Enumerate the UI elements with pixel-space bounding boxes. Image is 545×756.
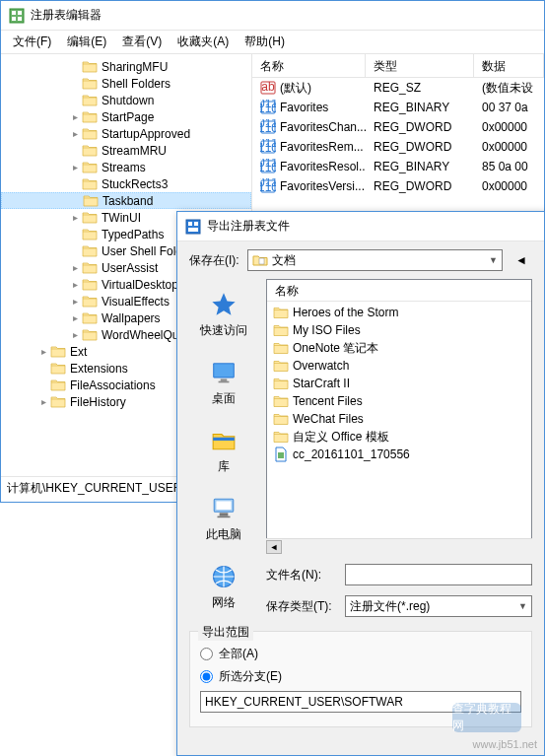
file-row[interactable]: Tencent Files [269,392,529,410]
tree-label: Taskband [102,194,153,208]
menu-file[interactable]: 文件(F) [5,31,59,53]
tree-toggle-icon[interactable]: ▸ [68,110,82,124]
filename-label: 文件名(N): [266,567,337,584]
filename-input[interactable] [345,564,532,585]
menu-edit[interactable]: 编辑(E) [59,31,114,53]
file-row[interactable]: Overwatch [269,357,529,375]
tree-toggle-icon[interactable] [68,94,82,107]
value-data: 0x00000 [474,120,544,134]
horizontal-scrollbar[interactable]: ◄ [266,538,532,554]
col-data[interactable]: 数据 [474,54,544,77]
regedit-icon [9,8,25,24]
folder-icon [82,144,98,157]
file-list-panel[interactable]: 名称 Heroes of the StormMy ISO FilesOneNot… [266,279,532,539]
file-list-header[interactable]: 名称 [267,280,531,302]
tree-toggle-icon[interactable] [68,60,82,74]
tree-toggle-icon[interactable]: ▸ [68,278,82,292]
dialog-title-bar[interactable]: 导出注册表文件 [177,212,544,241]
tree-item-streams[interactable]: ▸Streams [1,159,251,175]
tree-item-startupapproved[interactable]: ▸StartupApproved [1,125,251,142]
value-row[interactable]: (默认)REG_SZ(数值未设 [252,78,544,98]
tree-item-startpage[interactable]: ▸StartPage [1,108,251,125]
file-row[interactable]: WeChat Files [269,410,529,428]
file-row[interactable]: cc_20161101_170556 [269,446,529,463]
tree-item-sharingmfu[interactable]: SharingMFU [1,58,251,75]
menu-view[interactable]: 查看(V) [114,31,170,53]
tree-toggle-icon[interactable]: ▸ [68,161,82,174]
value-name: FavoritesVersi... [280,179,365,193]
branch-input[interactable] [200,691,521,713]
file-name: Overwatch [293,359,349,373]
value-row[interactable]: FavoritesResol...REG_BINARY85 0a 00 [252,157,544,176]
place-desktop[interactable]: 桌面 [189,351,258,413]
status-text: 计算机\HKEY_CURRENT_USER [7,480,181,497]
tree-label: Extensions [70,362,128,376]
tree-toggle-icon[interactable]: ▸ [68,311,82,325]
folder-icon [273,340,289,356]
radio-all[interactable] [200,648,213,660]
values-header[interactable]: 名称 类型 数据 [252,54,544,78]
place-this-pc[interactable]: 此电脑 [189,487,258,549]
folder-icon [82,261,98,274]
tree-toggle-icon[interactable] [68,177,82,191]
menu-favorites[interactable]: 收藏夹(A) [170,31,237,53]
folder-icon [82,244,98,257]
place-network[interactable]: 网络 [189,555,258,617]
tree-toggle-icon[interactable] [36,362,50,376]
tree-label: VisualEffects [102,295,170,309]
tree-item-streammru[interactable]: StreamMRU [1,142,251,159]
network-icon [210,563,238,590]
place-label: 桌面 [212,390,236,407]
place-quick-access[interactable]: 快速访问 [189,283,258,345]
file-row[interactable]: 自定义 Office 模板 [269,428,529,446]
place-libraries[interactable]: 库 [189,419,258,481]
value-type: REG_BINARY [366,160,474,173]
file-row[interactable]: OneNote 笔记本 [269,339,529,357]
tree-toggle-icon[interactable] [68,77,82,91]
tree-toggle-icon[interactable]: ▸ [36,345,50,359]
tree-item-stuckrects3[interactable]: StuckRects3 [1,175,251,192]
value-row[interactable]: FavoritesRem...REG_DWORD0x00000 [252,137,544,157]
radio-branch[interactable] [200,670,213,683]
tree-label: TypedPaths [102,228,164,241]
tree-toggle-icon[interactable]: ▸ [68,295,82,309]
col-type[interactable]: 类型 [366,54,474,77]
tree-toggle-icon[interactable] [36,378,50,392]
tree-label: Ext [70,345,87,359]
radio-all-label: 全部(A) [219,646,258,662]
tree-toggle-icon[interactable] [68,244,82,258]
value-row[interactable]: FavoritesChan...REG_DWORD0x00000 [252,117,544,137]
value-row[interactable]: FavoritesVersi...REG_DWORD0x00000 [252,176,544,196]
save-in-combo[interactable]: 文档 ▼ [247,249,503,271]
values-body[interactable]: (默认)REG_SZ(数值未设FavoritesREG_BINARY00 37 … [252,78,544,196]
bin-icon [260,139,276,155]
scroll-left-icon[interactable]: ◄ [266,540,282,554]
tree-toggle-icon[interactable] [68,228,82,241]
value-data: 00 37 0a [474,101,544,114]
value-row[interactable]: FavoritesREG_BINARY00 37 0a [252,98,544,117]
tree-toggle-icon[interactable]: ▸ [68,127,82,141]
tree-toggle-icon[interactable]: ▸ [68,328,82,342]
file-row[interactable]: StarCraft II [269,375,529,392]
tree-item-shell-folders[interactable]: Shell Folders [1,75,251,92]
menu-help[interactable]: 帮助(H) [237,31,293,53]
tree-item-shutdown[interactable]: Shutdown [1,92,251,108]
place-label: 网络 [212,594,236,611]
value-data: (数值未设 [474,80,544,97]
file-row[interactable]: My ISO Files [269,321,529,339]
col-name[interactable]: 名称 [252,54,366,77]
place-label: 快速访问 [200,322,247,339]
tree-toggle-icon[interactable]: ▸ [36,395,50,409]
file-row[interactable]: Heroes of the Storm [269,304,529,321]
tree-toggle-icon[interactable] [68,144,82,158]
tree-label: TWinUI [102,211,141,225]
back-button[interactable]: ◄ [511,249,532,271]
tree-toggle-icon[interactable]: ▸ [68,261,82,275]
tree-toggle-icon[interactable] [69,194,83,208]
folder-icon [273,322,289,338]
title-bar[interactable]: 注册表编辑器 [1,1,544,31]
tree-item-taskband[interactable]: Taskband [1,192,251,209]
tree-toggle-icon[interactable]: ▸ [68,211,82,225]
folder-icon [82,161,98,173]
filetype-combo[interactable]: 注册文件(*.reg) ▼ [345,595,532,617]
